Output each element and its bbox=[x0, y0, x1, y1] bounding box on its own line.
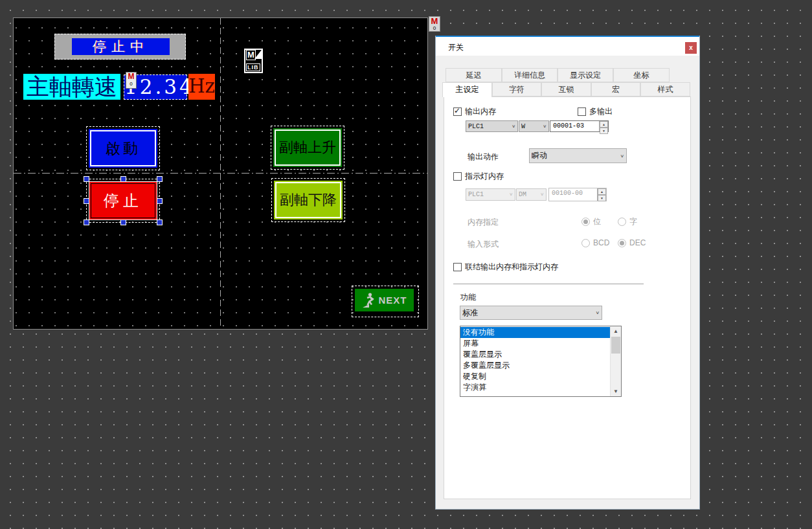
tab-interlock[interactable]: 互锁 bbox=[541, 82, 591, 96]
function-category-combo[interactable]: 标准∨ bbox=[460, 306, 602, 320]
listbox-scrollbar[interactable]: ▲ ▼ bbox=[610, 326, 621, 396]
radio-word: 字 bbox=[618, 216, 637, 227]
section-divider bbox=[453, 284, 644, 284]
lamp-address-spinner: 00100-00 ▲▼ bbox=[548, 188, 607, 201]
output-device-combo[interactable]: PLC1∨ bbox=[466, 120, 518, 132]
tab-character[interactable]: 字符 bbox=[492, 82, 541, 96]
function-label: 功能 bbox=[460, 292, 476, 303]
dialog-titlebar[interactable]: 开关 x bbox=[436, 36, 699, 56]
running-man-icon bbox=[361, 292, 376, 309]
selection-handle[interactable] bbox=[84, 219, 89, 225]
sub-axis-down-widget[interactable]: 副軸下降 bbox=[271, 178, 345, 222]
scroll-down-icon[interactable]: ▼ bbox=[611, 387, 621, 396]
unit-hz-label[interactable]: Hz bbox=[188, 74, 215, 100]
scrollbar-thumb[interactable] bbox=[611, 337, 620, 354]
list-item[interactable]: 字演算 bbox=[460, 382, 610, 393]
lamp-device-combo: PLC1∨ bbox=[466, 188, 515, 201]
selection-handle[interactable] bbox=[157, 219, 163, 225]
memory-spec-label: 内存指定 bbox=[468, 217, 499, 228]
input-format-label: 输入形式 bbox=[468, 239, 499, 250]
list-item[interactable]: 多覆盖层显示 bbox=[460, 360, 610, 371]
selection-handle[interactable] bbox=[84, 176, 89, 182]
spindle-speed-label[interactable]: 主軸轉速 bbox=[23, 74, 120, 100]
output-address-spinner[interactable]: 00001-03 ▲▼ bbox=[550, 120, 609, 132]
selection-handle[interactable] bbox=[157, 176, 163, 182]
tab-style[interactable]: 样式 bbox=[640, 82, 690, 96]
list-item[interactable]: 屏幕 bbox=[460, 338, 610, 349]
mlib-icon[interactable]: M LIB bbox=[244, 49, 263, 73]
main-setting-panel: ✓ 输出内存 多输出 PLC1∨ W∨ 00001-03 ▲▼ 输出动作 瞬动∨… bbox=[444, 96, 691, 499]
radio-bcd: BCD bbox=[581, 238, 609, 247]
sub-axis-down-label: 副軸下降 bbox=[275, 182, 341, 218]
tab-macro[interactable]: 宏 bbox=[591, 82, 640, 96]
tab-detail-info[interactable]: 详细信息 bbox=[502, 68, 558, 82]
sub-axis-up-widget[interactable]: 副軸上升 bbox=[271, 126, 344, 170]
checkbox-unchecked[interactable] bbox=[578, 107, 586, 116]
output-action-label: 输出动作 bbox=[468, 152, 499, 163]
list-item[interactable]: 没有功能 bbox=[460, 327, 610, 338]
vertical-guide-line bbox=[220, 18, 221, 329]
start-button-widget[interactable]: 啟動 bbox=[86, 126, 160, 170]
scroll-up-icon[interactable]: ▲ bbox=[611, 326, 621, 336]
link-output-lamp-checkbox[interactable]: 联结输出内存和指示灯内存 bbox=[453, 262, 558, 273]
dialog-title: 开关 bbox=[448, 42, 464, 53]
tab-coordinates[interactable]: 坐标 bbox=[613, 68, 670, 82]
lamp-memory-checkbox[interactable]: 指示灯内存 bbox=[453, 171, 504, 182]
checkbox-unchecked[interactable] bbox=[453, 172, 462, 181]
lamp-stop-widget[interactable]: 停止中 bbox=[54, 34, 186, 60]
lamp-type-combo: DM∨ bbox=[516, 188, 547, 201]
sub-axis-up-label: 副軸上升 bbox=[275, 129, 341, 166]
checkbox-checked[interactable]: ✓ bbox=[453, 107, 462, 116]
tab-display-setting[interactable]: 显示设定 bbox=[558, 68, 613, 82]
tab-delay[interactable]: 延迟 bbox=[445, 68, 502, 82]
selection-handle[interactable] bbox=[157, 198, 163, 204]
output-type-combo[interactable]: W∨ bbox=[519, 120, 549, 132]
stop-button-label: 停止 bbox=[91, 183, 155, 218]
radio-bit: 位 bbox=[581, 216, 601, 227]
close-icon[interactable]: x bbox=[685, 42, 697, 54]
output-memory-checkbox[interactable]: ✓ 输出内存 bbox=[453, 106, 496, 117]
selection-handle[interactable] bbox=[120, 219, 126, 225]
function-listbox[interactable]: 没有功能 屏幕 覆盖层显示 多覆盖层显示 硬复制 字演算 ▲ ▼ bbox=[460, 326, 622, 397]
list-item[interactable]: 覆盖层显示 bbox=[460, 349, 610, 360]
next-button-widget[interactable]: NEXT bbox=[352, 286, 419, 317]
multi-output-checkbox[interactable]: 多输出 bbox=[578, 106, 613, 117]
output-action-combo[interactable]: 瞬动∨ bbox=[529, 148, 627, 163]
radio-dec: DEC bbox=[618, 238, 646, 247]
macro-item-icon[interactable]: M 0 bbox=[429, 16, 440, 32]
mlib-diagonal-shape bbox=[254, 50, 262, 60]
spinner-arrows: ▲▼ bbox=[597, 188, 606, 201]
list-item[interactable]: 硬复制 bbox=[460, 371, 610, 382]
next-button-label: NEXT bbox=[378, 295, 407, 306]
tab-main-setting[interactable]: 主设定 bbox=[442, 82, 492, 97]
selection-handle[interactable] bbox=[120, 176, 126, 182]
screen-canvas[interactable]: 停止中 主軸轉速 12.34 M 0 Hz M LIB 啟動 停止 副軸上升 副… bbox=[13, 17, 428, 330]
macro-badge-icon: M 0 bbox=[126, 72, 137, 89]
switch-settings-dialog: 开关 x 延迟 详细信息 显示设定 坐标 主设定 字符 互锁 宏 样式 ✓ 输出… bbox=[435, 36, 700, 510]
selection-handle[interactable] bbox=[84, 198, 89, 204]
start-button-label: 啟動 bbox=[90, 130, 156, 166]
spinner-arrows[interactable]: ▲▼ bbox=[599, 121, 608, 131]
lamp-stop-label: 停止中 bbox=[72, 38, 170, 55]
checkbox-unchecked[interactable] bbox=[453, 263, 462, 271]
stop-button-widget[interactable]: 停止 bbox=[86, 179, 160, 223]
